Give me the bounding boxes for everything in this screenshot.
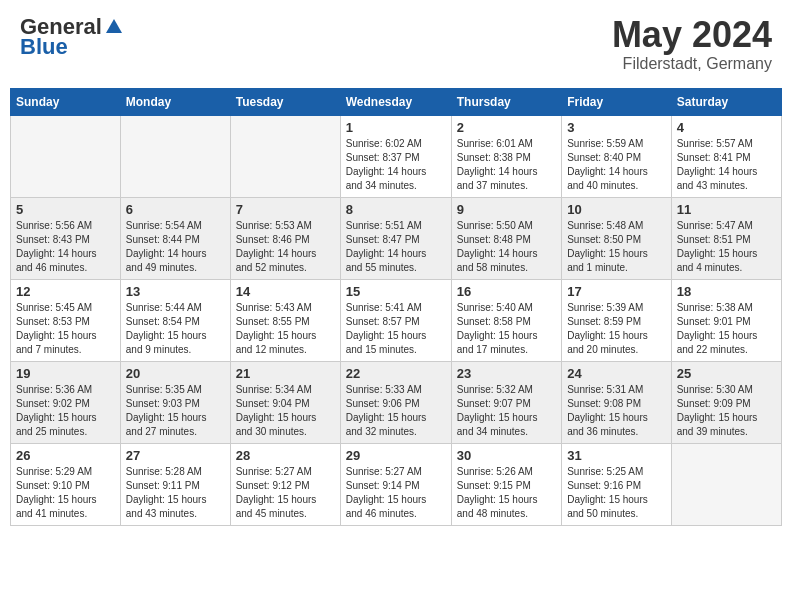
logo: General Blue: [20, 15, 124, 59]
calendar-cell: 19Sunrise: 5:36 AM Sunset: 9:02 PM Dayli…: [11, 361, 121, 443]
week-row-5: 26Sunrise: 5:29 AM Sunset: 9:10 PM Dayli…: [11, 443, 782, 525]
day-info: Sunrise: 5:26 AM Sunset: 9:15 PM Dayligh…: [457, 465, 556, 521]
logo-icon: [104, 17, 124, 37]
day-info: Sunrise: 5:47 AM Sunset: 8:51 PM Dayligh…: [677, 219, 776, 275]
day-info: Sunrise: 5:45 AM Sunset: 8:53 PM Dayligh…: [16, 301, 115, 357]
week-row-2: 5Sunrise: 5:56 AM Sunset: 8:43 PM Daylig…: [11, 197, 782, 279]
day-info: Sunrise: 5:38 AM Sunset: 9:01 PM Dayligh…: [677, 301, 776, 357]
calendar-cell: 4Sunrise: 5:57 AM Sunset: 8:41 PM Daylig…: [671, 115, 781, 197]
calendar-cell: 28Sunrise: 5:27 AM Sunset: 9:12 PM Dayli…: [230, 443, 340, 525]
day-number: 12: [16, 284, 115, 299]
calendar-cell: 24Sunrise: 5:31 AM Sunset: 9:08 PM Dayli…: [562, 361, 672, 443]
day-info: Sunrise: 5:56 AM Sunset: 8:43 PM Dayligh…: [16, 219, 115, 275]
calendar-cell: 12Sunrise: 5:45 AM Sunset: 8:53 PM Dayli…: [11, 279, 121, 361]
day-info: Sunrise: 5:48 AM Sunset: 8:50 PM Dayligh…: [567, 219, 666, 275]
day-info: Sunrise: 5:34 AM Sunset: 9:04 PM Dayligh…: [236, 383, 335, 439]
day-number: 13: [126, 284, 225, 299]
svg-marker-0: [106, 19, 122, 33]
day-info: Sunrise: 5:50 AM Sunset: 8:48 PM Dayligh…: [457, 219, 556, 275]
calendar-cell: 25Sunrise: 5:30 AM Sunset: 9:09 PM Dayli…: [671, 361, 781, 443]
day-header-friday: Friday: [562, 88, 672, 115]
day-info: Sunrise: 5:59 AM Sunset: 8:40 PM Dayligh…: [567, 137, 666, 193]
calendar-cell: 9Sunrise: 5:50 AM Sunset: 8:48 PM Daylig…: [451, 197, 561, 279]
day-header-thursday: Thursday: [451, 88, 561, 115]
day-header-saturday: Saturday: [671, 88, 781, 115]
calendar-cell: 6Sunrise: 5:54 AM Sunset: 8:44 PM Daylig…: [120, 197, 230, 279]
calendar-cell: [671, 443, 781, 525]
day-number: 31: [567, 448, 666, 463]
day-info: Sunrise: 5:57 AM Sunset: 8:41 PM Dayligh…: [677, 137, 776, 193]
day-info: Sunrise: 5:32 AM Sunset: 9:07 PM Dayligh…: [457, 383, 556, 439]
calendar-cell: [230, 115, 340, 197]
week-row-1: 1Sunrise: 6:02 AM Sunset: 8:37 PM Daylig…: [11, 115, 782, 197]
week-row-4: 19Sunrise: 5:36 AM Sunset: 9:02 PM Dayli…: [11, 361, 782, 443]
day-number: 15: [346, 284, 446, 299]
day-info: Sunrise: 5:36 AM Sunset: 9:02 PM Dayligh…: [16, 383, 115, 439]
day-info: Sunrise: 5:29 AM Sunset: 9:10 PM Dayligh…: [16, 465, 115, 521]
day-info: Sunrise: 5:27 AM Sunset: 9:12 PM Dayligh…: [236, 465, 335, 521]
calendar-cell: 14Sunrise: 5:43 AM Sunset: 8:55 PM Dayli…: [230, 279, 340, 361]
day-number: 26: [16, 448, 115, 463]
calendar-cell: 29Sunrise: 5:27 AM Sunset: 9:14 PM Dayli…: [340, 443, 451, 525]
day-number: 4: [677, 120, 776, 135]
day-info: Sunrise: 6:01 AM Sunset: 8:38 PM Dayligh…: [457, 137, 556, 193]
day-number: 5: [16, 202, 115, 217]
day-number: 7: [236, 202, 335, 217]
calendar-cell: 8Sunrise: 5:51 AM Sunset: 8:47 PM Daylig…: [340, 197, 451, 279]
calendar-cell: 21Sunrise: 5:34 AM Sunset: 9:04 PM Dayli…: [230, 361, 340, 443]
day-header-monday: Monday: [120, 88, 230, 115]
day-header-wednesday: Wednesday: [340, 88, 451, 115]
calendar-cell: 26Sunrise: 5:29 AM Sunset: 9:10 PM Dayli…: [11, 443, 121, 525]
day-info: Sunrise: 5:40 AM Sunset: 8:58 PM Dayligh…: [457, 301, 556, 357]
title-block: May 2024 Filderstadt, Germany: [612, 15, 772, 73]
day-number: 29: [346, 448, 446, 463]
day-number: 30: [457, 448, 556, 463]
day-number: 17: [567, 284, 666, 299]
calendar-cell: 31Sunrise: 5:25 AM Sunset: 9:16 PM Dayli…: [562, 443, 672, 525]
day-info: Sunrise: 5:30 AM Sunset: 9:09 PM Dayligh…: [677, 383, 776, 439]
day-number: 9: [457, 202, 556, 217]
day-info: Sunrise: 5:35 AM Sunset: 9:03 PM Dayligh…: [126, 383, 225, 439]
day-number: 8: [346, 202, 446, 217]
day-info: Sunrise: 5:27 AM Sunset: 9:14 PM Dayligh…: [346, 465, 446, 521]
day-number: 6: [126, 202, 225, 217]
calendar-cell: 11Sunrise: 5:47 AM Sunset: 8:51 PM Dayli…: [671, 197, 781, 279]
calendar-cell: [120, 115, 230, 197]
month-title: May 2024: [612, 15, 772, 55]
calendar-cell: 2Sunrise: 6:01 AM Sunset: 8:38 PM Daylig…: [451, 115, 561, 197]
week-row-3: 12Sunrise: 5:45 AM Sunset: 8:53 PM Dayli…: [11, 279, 782, 361]
calendar-cell: 30Sunrise: 5:26 AM Sunset: 9:15 PM Dayli…: [451, 443, 561, 525]
day-info: Sunrise: 5:25 AM Sunset: 9:16 PM Dayligh…: [567, 465, 666, 521]
day-info: Sunrise: 5:43 AM Sunset: 8:55 PM Dayligh…: [236, 301, 335, 357]
calendar-body: 1Sunrise: 6:02 AM Sunset: 8:37 PM Daylig…: [11, 115, 782, 525]
day-info: Sunrise: 5:44 AM Sunset: 8:54 PM Dayligh…: [126, 301, 225, 357]
calendar-cell: 27Sunrise: 5:28 AM Sunset: 9:11 PM Dayli…: [120, 443, 230, 525]
calendar-cell: 18Sunrise: 5:38 AM Sunset: 9:01 PM Dayli…: [671, 279, 781, 361]
day-number: 28: [236, 448, 335, 463]
day-number: 18: [677, 284, 776, 299]
day-info: Sunrise: 6:02 AM Sunset: 8:37 PM Dayligh…: [346, 137, 446, 193]
calendar-header: SundayMondayTuesdayWednesdayThursdayFrid…: [11, 88, 782, 115]
calendar-cell: 20Sunrise: 5:35 AM Sunset: 9:03 PM Dayli…: [120, 361, 230, 443]
header-row: SundayMondayTuesdayWednesdayThursdayFrid…: [11, 88, 782, 115]
calendar-cell: 16Sunrise: 5:40 AM Sunset: 8:58 PM Dayli…: [451, 279, 561, 361]
day-number: 10: [567, 202, 666, 217]
day-info: Sunrise: 5:39 AM Sunset: 8:59 PM Dayligh…: [567, 301, 666, 357]
day-info: Sunrise: 5:31 AM Sunset: 9:08 PM Dayligh…: [567, 383, 666, 439]
calendar-cell: 10Sunrise: 5:48 AM Sunset: 8:50 PM Dayli…: [562, 197, 672, 279]
day-number: 19: [16, 366, 115, 381]
calendar-cell: 3Sunrise: 5:59 AM Sunset: 8:40 PM Daylig…: [562, 115, 672, 197]
calendar-cell: 17Sunrise: 5:39 AM Sunset: 8:59 PM Dayli…: [562, 279, 672, 361]
calendar-table: SundayMondayTuesdayWednesdayThursdayFrid…: [10, 88, 782, 526]
location: Filderstadt, Germany: [612, 55, 772, 73]
day-info: Sunrise: 5:51 AM Sunset: 8:47 PM Dayligh…: [346, 219, 446, 275]
day-number: 24: [567, 366, 666, 381]
day-info: Sunrise: 5:41 AM Sunset: 8:57 PM Dayligh…: [346, 301, 446, 357]
page-header: General Blue May 2024 Filderstadt, Germa…: [10, 10, 782, 78]
calendar-cell: [11, 115, 121, 197]
day-number: 2: [457, 120, 556, 135]
day-number: 25: [677, 366, 776, 381]
day-number: 21: [236, 366, 335, 381]
day-header-sunday: Sunday: [11, 88, 121, 115]
day-info: Sunrise: 5:53 AM Sunset: 8:46 PM Dayligh…: [236, 219, 335, 275]
